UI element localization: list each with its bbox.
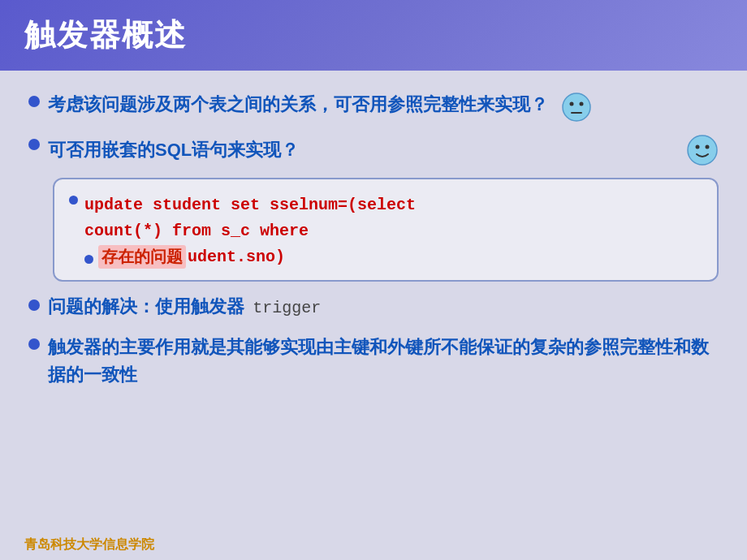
code-line-2: count(*) from s_c where bbox=[84, 218, 416, 244]
code-line-1: update student set sselnum=(select bbox=[84, 192, 416, 218]
bullet-text-2: 可否用嵌套的SQL语句来实现？ bbox=[48, 136, 674, 163]
bullet-item-4: 触发器的主要作用就是其能够实现由主键和外键所不能保证的复杂的参照完整性和数据的一… bbox=[28, 334, 719, 389]
bullet-dot-3 bbox=[28, 299, 40, 311]
code-line-3-partial: udent.sno) bbox=[188, 244, 285, 270]
code-bullet-dot bbox=[69, 196, 78, 205]
face-icon-neutral bbox=[561, 92, 592, 123]
footer-text: 青岛科技大学信息学院 bbox=[24, 537, 154, 551]
code-block: update student set sselnum=(select count… bbox=[53, 178, 719, 282]
slide-content: 考虑该问题涉及两个表之间的关系，可否用参照完整性来实现？ 可否用嵌套的SQL语句… bbox=[0, 71, 747, 530]
svg-point-1 bbox=[570, 101, 574, 106]
bullet-text-4: 触发器的主要作用就是其能够实现由主键和外键所不能保证的复杂的参照完整性和数据的一… bbox=[48, 334, 719, 389]
bullet-dot-4 bbox=[28, 338, 40, 350]
svg-point-6 bbox=[706, 144, 710, 149]
face-icon-happy bbox=[686, 134, 719, 166]
bullet-item-3: 问题的解决：使用触发器 trigger bbox=[28, 295, 719, 319]
bullet-item-1: 考虑该问题涉及两个表之间的关系，可否用参照完整性来实现？ bbox=[28, 91, 719, 123]
svg-point-5 bbox=[696, 144, 700, 149]
bullet-item-2: 可否用嵌套的SQL语句来实现？ bbox=[28, 134, 719, 166]
bullet-text-3: 问题的解决：使用触发器 bbox=[48, 296, 249, 317]
bullet-dot-2 bbox=[28, 139, 40, 150]
svg-point-4 bbox=[688, 136, 717, 165]
nested-bullet-dot bbox=[84, 255, 93, 264]
bullet-text-1: 考虑该问题涉及两个表之间的关系，可否用参照完整性来实现？ bbox=[48, 94, 553, 114]
svg-point-2 bbox=[580, 101, 584, 106]
code-sub-bullet: update student set sselnum=(select count… bbox=[69, 192, 702, 270]
slide: 触发器概述 考虑该问题涉及两个表之间的关系，可否用参照完整性来实现？ bbox=[0, 0, 747, 560]
svg-point-0 bbox=[563, 93, 590, 121]
trigger-keyword: trigger bbox=[253, 299, 321, 317]
slide-title: 触发器概述 bbox=[24, 15, 187, 56]
bullet-dot-1 bbox=[28, 96, 40, 107]
exist-problem-text: 存在的问题 bbox=[98, 245, 186, 269]
footer: 青岛科技大学信息学院 bbox=[0, 530, 747, 560]
slide-header: 触发器概述 bbox=[0, 0, 747, 71]
